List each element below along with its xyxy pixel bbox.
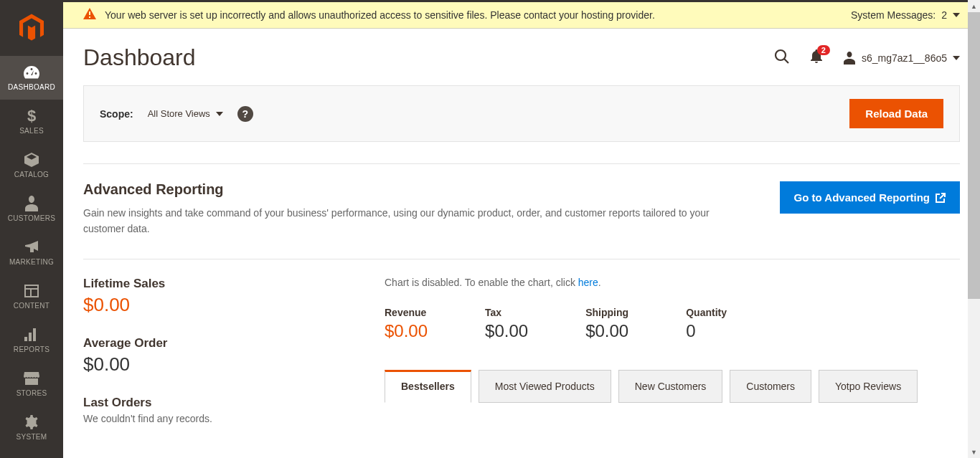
- metric-label: Quantity: [686, 307, 727, 318]
- metric-shipping: Shipping $0.00: [585, 307, 628, 341]
- tab-customers[interactable]: Customers: [730, 370, 811, 403]
- sidebar-item-catalog[interactable]: CATALOG: [0, 143, 63, 187]
- sidebar-item-label: SYSTEM: [17, 433, 47, 441]
- search-button[interactable]: [774, 49, 790, 67]
- dollar-icon: $: [27, 107, 36, 125]
- stat-title: Lifetime Sales: [83, 277, 341, 291]
- scrollbar-thumb[interactable]: [968, 12, 980, 299]
- enable-chart-link[interactable]: here: [578, 277, 598, 288]
- metric-revenue: Revenue $0.00: [385, 307, 428, 341]
- chevron-down-icon: [953, 56, 960, 60]
- sidebar-item-content[interactable]: CONTENT: [0, 275, 63, 318]
- tab-yotpo-reviews[interactable]: Yotpo Reviews: [819, 370, 918, 403]
- notification-badge: 2: [817, 45, 830, 55]
- metric-label: Tax: [485, 307, 528, 318]
- go-to-advanced-reporting-button[interactable]: Go to Advanced Reporting: [780, 181, 960, 214]
- divider: [83, 259, 960, 259]
- average-order-stat: Average Order $0.00: [83, 336, 341, 376]
- page-header: Dashboard 2 s6_mg7az1__86o5: [63, 29, 980, 78]
- user-icon: [843, 52, 856, 65]
- sidebar-item-label: CUSTOMERS: [8, 214, 55, 222]
- last-orders-stat: Last Orders We couldn't find any records…: [83, 396, 341, 424]
- gear-icon: [24, 413, 39, 431]
- bars-icon: [24, 325, 39, 344]
- stat-title: Average Order: [83, 336, 341, 350]
- store-icon: [24, 369, 39, 388]
- sidebar-item-label: CONTENT: [14, 302, 50, 310]
- system-messages-toggle[interactable]: System Messages: 2: [851, 9, 960, 21]
- scope-selected: All Store Views: [148, 108, 210, 119]
- external-link-icon: [936, 193, 946, 203]
- sidebar-item-system[interactable]: SYSTEM: [0, 406, 63, 449]
- system-messages-label: System Messages:: [851, 9, 936, 21]
- stat-value: $0.00: [83, 294, 341, 316]
- chevron-down-icon: [216, 112, 223, 116]
- metric-value: $0.00: [485, 321, 528, 341]
- system-message-bar: Your web server is set up incorrectly an…: [63, 0, 980, 29]
- lifetime-sales-stat: Lifetime Sales $0.00: [83, 277, 341, 316]
- magento-logo-icon: [19, 14, 44, 42]
- layout-icon: [24, 282, 39, 300]
- magento-logo[interactable]: [0, 0, 63, 56]
- sidebar-item-label: CATALOG: [14, 171, 49, 178]
- sidebar-item-label: MARKETING: [9, 258, 54, 266]
- sidebar: DASHBOARD $ SALES CATALOG CUSTOMERS MARK…: [0, 0, 63, 458]
- sidebar-item-label: REPORTS: [14, 345, 50, 353]
- button-label: Go to Advanced Reporting: [794, 191, 930, 204]
- person-icon: [25, 194, 38, 213]
- dashboard-grid: Lifetime Sales $0.00 Average Order $0.00…: [83, 277, 960, 444]
- metric-quantity: Quantity 0: [686, 307, 727, 341]
- dashboard-icon: [24, 63, 39, 82]
- sidebar-item-sales[interactable]: $ SALES: [0, 100, 63, 143]
- sidebar-item-marketing[interactable]: MARKETING: [0, 231, 63, 275]
- cube-icon: [24, 151, 39, 169]
- vertical-scrollbar[interactable]: ▲ ▼: [968, 0, 980, 458]
- warning-icon: [83, 8, 96, 22]
- chevron-down-icon: [953, 13, 960, 17]
- sidebar-item-label: SALES: [19, 127, 44, 135]
- tab-bestsellers[interactable]: Bestsellers: [385, 370, 471, 403]
- sidebar-item-customers[interactable]: CUSTOMERS: [0, 187, 63, 231]
- divider: [83, 163, 960, 164]
- scope-label: Scope:: [100, 108, 133, 120]
- tabs: Bestsellers Most Viewed Products New Cus…: [385, 370, 960, 403]
- stat-value: $0.00: [83, 353, 341, 376]
- metric-value: $0.00: [385, 321, 428, 341]
- scope-selector[interactable]: All Store Views: [148, 108, 223, 119]
- metric-tax: Tax $0.00: [485, 307, 528, 341]
- chart-disabled-prefix: Chart is disabled. To enable the chart, …: [385, 277, 578, 288]
- scope-bar: Scope: All Store Views ? Reload Data: [83, 85, 960, 142]
- sidebar-item-label: DASHBOARD: [8, 83, 55, 91]
- tab-most-viewed[interactable]: Most Viewed Products: [479, 370, 611, 403]
- tab-new-customers[interactable]: New Customers: [618, 370, 723, 403]
- stat-title: Last Orders: [83, 396, 341, 410]
- metric-value: 0: [686, 321, 727, 341]
- user-menu[interactable]: s6_mg7az1__86o5: [843, 52, 960, 65]
- main-content: Your web server is set up incorrectly an…: [63, 0, 980, 458]
- sidebar-item-reports[interactable]: REPORTS: [0, 318, 63, 362]
- sidebar-item-label: STORES: [17, 389, 47, 397]
- chart-disabled-message: Chart is disabled. To enable the chart, …: [385, 277, 960, 288]
- advanced-reporting-section: Advanced Reporting Gain new insights and…: [83, 181, 960, 237]
- scroll-up-arrow[interactable]: ▲: [968, 0, 980, 12]
- advanced-reporting-title: Advanced Reporting: [83, 181, 729, 198]
- system-message-text: Your web server is set up incorrectly an…: [105, 9, 655, 21]
- last-orders-empty: We couldn't find any records.: [83, 413, 341, 424]
- sidebar-item-dashboard[interactable]: DASHBOARD: [0, 56, 63, 100]
- reload-data-button[interactable]: Reload Data: [849, 99, 943, 128]
- metric-label: Revenue: [385, 307, 428, 318]
- system-messages-count: 2: [941, 9, 947, 21]
- notifications-button[interactable]: 2: [810, 49, 823, 67]
- page-title: Dashboard: [83, 44, 196, 71]
- help-button[interactable]: ?: [237, 106, 253, 122]
- advanced-reporting-description: Gain new insights and take command of yo…: [83, 205, 729, 237]
- sidebar-item-stores[interactable]: STORES: [0, 362, 63, 406]
- username: s6_mg7az1__86o5: [862, 52, 947, 64]
- scroll-down-arrow[interactable]: ▼: [968, 446, 980, 458]
- metrics-row: Revenue $0.00 Tax $0.00 Shipping $0.00 Q…: [385, 307, 960, 341]
- search-icon: [774, 49, 790, 65]
- bullhorn-icon: [24, 238, 39, 257]
- metric-value: $0.00: [585, 321, 628, 341]
- metric-label: Shipping: [585, 307, 628, 318]
